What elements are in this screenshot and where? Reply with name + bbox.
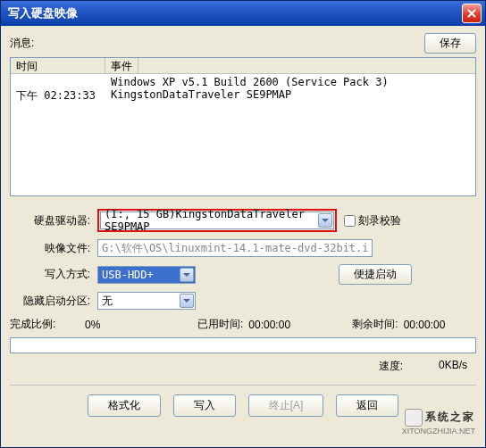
- done-label: 完成比例:: [10, 317, 80, 332]
- log-event: Windows XP v5.1 Build 2600 (Service Pack…: [109, 76, 472, 88]
- save-button[interactable]: 保存: [424, 33, 476, 54]
- chevron-down-icon[interactable]: [180, 294, 194, 308]
- log-row: 下午 02:23:33 KingstonDataTraveler SE9PMAP: [14, 88, 472, 104]
- log-listview[interactable]: 时间 事件 Windows XP v5.1 Build 2600 (Servic…: [10, 57, 476, 196]
- close-icon: [467, 9, 476, 18]
- drive-value: (I:, 15 GB)KingstonDataTraveler SE9PMAP: [105, 208, 331, 233]
- progress-bar: [10, 337, 476, 353]
- elapsed-label: 已用时间:: [197, 317, 243, 332]
- write-mode-label: 写入方式:: [10, 267, 97, 282]
- speed-value: 0KB/s: [439, 359, 467, 374]
- verify-checkbox-input[interactable]: [344, 215, 356, 227]
- back-button[interactable]: 返回: [336, 394, 398, 417]
- format-button[interactable]: 格式化: [88, 394, 161, 417]
- done-value: 0%: [85, 319, 192, 331]
- log-event: KingstonDataTraveler SE9PMAP: [109, 88, 472, 104]
- highlight-box: (I:, 15 GB)KingstonDataTraveler SE9PMAP: [97, 209, 337, 232]
- message-label: 消息:: [10, 36, 34, 51]
- close-button[interactable]: [462, 4, 482, 23]
- hidden-partition-select[interactable]: 无: [97, 292, 196, 310]
- write-mode-value: USB-HDD+: [102, 269, 154, 281]
- write-mode-select[interactable]: USB-HDD+: [97, 266, 196, 284]
- image-path-input[interactable]: [97, 239, 373, 257]
- verify-label: 刻录校验: [358, 213, 401, 228]
- image-label: 映像文件:: [10, 241, 97, 256]
- log-time: [14, 76, 109, 88]
- drive-select[interactable]: (I:, 15 GB)KingstonDataTraveler SE9PMAP: [100, 212, 334, 229]
- log-time: 下午 02:23:33: [14, 88, 109, 104]
- chevron-down-icon[interactable]: [180, 268, 194, 282]
- hidden-partition-label: 隐藏启动分区:: [10, 294, 97, 309]
- quick-boot-button[interactable]: 便捷启动: [339, 264, 412, 285]
- hidden-value: 无: [102, 294, 113, 309]
- remain-value: 00:00:00: [404, 319, 446, 331]
- remain-label: 剩余时间:: [352, 317, 398, 332]
- verify-checkbox[interactable]: 刻录校验: [344, 213, 401, 228]
- chevron-down-icon[interactable]: [318, 213, 332, 228]
- log-row: Windows XP v5.1 Build 2600 (Service Pack…: [14, 76, 472, 88]
- speed-label: 速度:: [379, 359, 403, 374]
- col-time[interactable]: 时间: [11, 58, 105, 73]
- window-title: 写入硬盘映像: [8, 5, 78, 21]
- drive-label: 硬盘驱动器:: [10, 213, 97, 228]
- abort-button: 终止[A]: [248, 394, 324, 417]
- log-header: 时间 事件: [11, 58, 475, 74]
- col-event[interactable]: 事件: [105, 58, 138, 73]
- write-button[interactable]: 写入: [173, 394, 236, 417]
- titlebar: 写入硬盘映像: [1, 1, 485, 26]
- elapsed-value: 00:00:00: [248, 319, 347, 331]
